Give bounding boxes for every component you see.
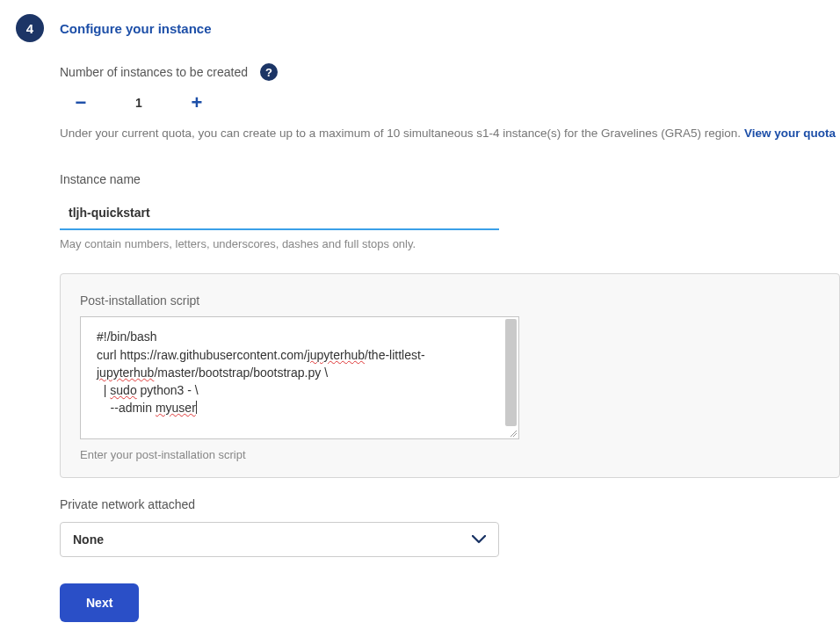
chevron-down-icon [472,532,486,547]
network-label: Private network attached [60,497,840,511]
decrement-button[interactable]: − [70,93,91,112]
instance-name-input[interactable] [60,197,499,230]
textarea-scrollbar[interactable] [505,319,517,426]
help-icon[interactable]: ? [260,63,278,81]
stepper-value: 1 [127,96,151,110]
next-button[interactable]: Next [60,583,139,622]
resize-handle-icon[interactable] [509,429,518,438]
script-textarea[interactable]: #!/bin/bash curl https://raw.githubuserc… [80,316,519,439]
quota-message: Under your current quota, you can create… [60,127,744,140]
script-helper: Enter your post-installation script [80,448,820,461]
quantity-stepper: − 1 + [70,93,840,112]
step-title: Configure your instance [60,21,212,36]
instances-label: Number of instances to be created [60,65,248,79]
quota-text: Under your current quota, you can create… [60,125,840,142]
script-label: Post-installation script [80,293,820,308]
script-content: #!/bin/bash curl https://raw.githubuserc… [97,328,503,416]
network-select[interactable]: None [60,522,499,557]
increment-button[interactable]: + [186,93,207,112]
step-number-badge: 4 [16,14,44,42]
instances-label-row: Number of instances to be created ? [60,63,840,81]
step-header: 4 Configure your instance [16,14,840,42]
post-install-section: Post-installation script #!/bin/bash cur… [60,273,840,478]
view-quota-link[interactable]: View your quota [744,127,836,140]
instance-name-label: Instance name [60,172,840,186]
instance-name-helper: May contain numbers, letters, underscore… [60,237,840,250]
network-select-value: None [73,532,104,547]
